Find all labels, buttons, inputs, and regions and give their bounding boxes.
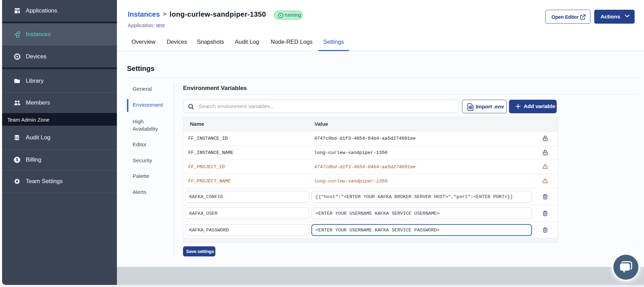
- svg-text:$: $: [16, 157, 18, 162]
